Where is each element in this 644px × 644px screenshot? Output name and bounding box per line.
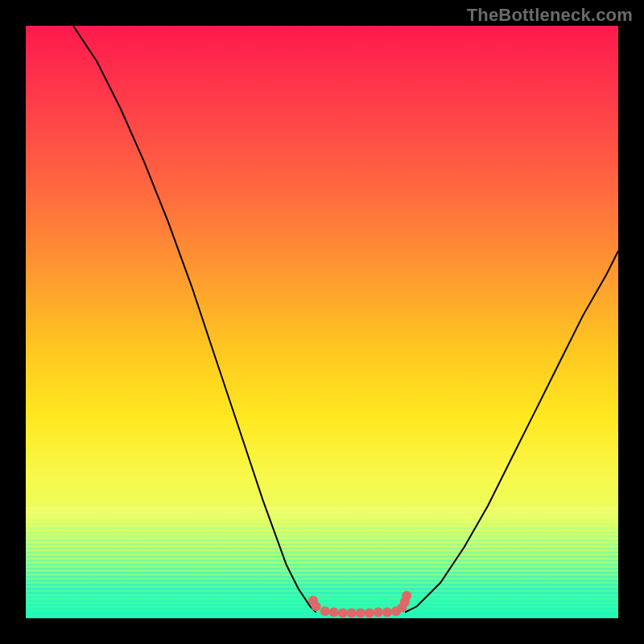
watermark-text: TheBottleneck.com [467,5,633,26]
marker-dot [374,608,383,617]
marker-dot [382,608,392,617]
marker-dot [402,591,411,601]
plot-area [26,26,618,618]
marker-dot [365,608,374,617]
marker-dot [312,601,321,611]
marker-dot [347,608,357,617]
marker-cluster [308,591,411,617]
chart-stage: TheBottleneck.com [0,0,644,644]
left-curve-path [73,26,316,613]
marker-dot [329,608,339,617]
marker-dot [356,608,365,617]
right-curve-path [405,251,618,613]
curve-svg [26,26,618,618]
marker-dot [320,606,330,616]
marker-dot [338,608,348,617]
